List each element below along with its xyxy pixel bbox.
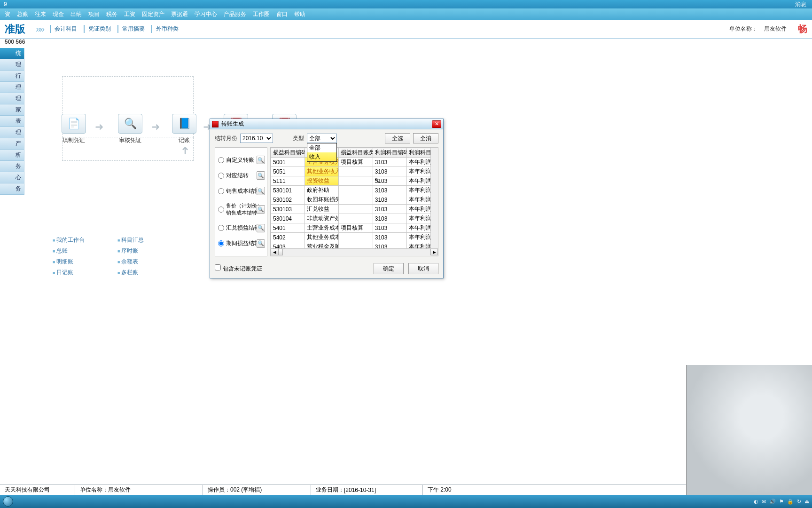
quick-link[interactable]: 总账 xyxy=(53,247,85,255)
select-all-button[interactable]: 全选 xyxy=(385,133,410,143)
horizontal-scrollbar[interactable]: ◀ ▶ xyxy=(271,248,438,256)
radio-label[interactable]: 对应结转 xyxy=(226,172,249,180)
radio-corresponding[interactable] xyxy=(218,173,224,179)
toolbar-link-0[interactable]: 会计科目 xyxy=(50,25,77,33)
radio-label[interactable]: 自定义转账 xyxy=(226,156,254,164)
sidebar-item-6[interactable]: 表 xyxy=(0,116,24,127)
scroll-left-button[interactable]: ◀ xyxy=(271,249,278,255)
lookup-button[interactable]: 🔍 xyxy=(257,156,265,164)
table-cell[interactable]: 3103 xyxy=(373,158,406,167)
menu-14[interactable]: 帮助 xyxy=(291,9,308,19)
quick-link[interactable]: 科目汇总 xyxy=(117,236,144,244)
scroll-right-button[interactable]: ▶ xyxy=(430,249,438,255)
menu-3[interactable]: 现金 xyxy=(50,9,67,19)
tray-icon[interactable]: ⚑ xyxy=(779,499,784,505)
th-acct[interactable]: 损益科目账类 xyxy=(339,148,373,158)
start-button[interactable] xyxy=(3,496,13,507)
table-cell[interactable] xyxy=(339,205,373,214)
sidebar-item-5[interactable]: 家 xyxy=(0,104,24,116)
table-row[interactable]: 530102收回坏账损失3103本年利润 xyxy=(271,195,438,205)
table-cell[interactable]: 项目核算 xyxy=(339,223,373,233)
table-cell[interactable]: 3103 xyxy=(373,242,406,249)
include-unposted-checkbox[interactable]: 包含未记账凭证 xyxy=(215,264,262,273)
table-row[interactable]: 5051其他业务收入3103本年利润 xyxy=(271,167,438,176)
menu-7[interactable]: 工资 xyxy=(121,9,138,19)
th-pcode[interactable]: 利润科目编码 xyxy=(373,148,406,158)
th-code[interactable]: 损益科目编码 xyxy=(271,148,305,158)
menu-9[interactable]: 票据通 xyxy=(168,9,191,19)
message-link[interactable]: 消息 xyxy=(795,0,806,8)
sidebar-item-2[interactable]: 行 xyxy=(0,71,24,82)
sidebar-item-8[interactable]: 产 xyxy=(0,138,24,150)
table-cell[interactable] xyxy=(339,242,373,249)
sidebar-item-11[interactable]: 心 xyxy=(0,172,24,183)
sidebar-item-0[interactable]: 统 xyxy=(0,48,24,59)
radio-period[interactable] xyxy=(218,240,224,246)
menu-12[interactable]: 工作圈 xyxy=(250,9,273,19)
table-cell[interactable]: 其他业务成本 xyxy=(305,233,339,242)
quick-link[interactable]: 明细账 xyxy=(53,258,85,266)
table-cell[interactable]: 5402 xyxy=(271,233,305,242)
include-unposted-input[interactable] xyxy=(215,264,221,270)
radio-label[interactable]: 销售成本结转 xyxy=(226,187,260,195)
table-cell[interactable]: 5111 xyxy=(271,176,305,186)
table-row[interactable]: 5111投资收益3103本年利润 xyxy=(271,176,438,186)
table-cell[interactable]: 5401 xyxy=(271,223,305,233)
tray-icon[interactable]: ◐ xyxy=(754,499,758,505)
table-row[interactable]: 530101政府补助3103本年利润 xyxy=(271,186,438,195)
table-cell[interactable]: 530104 xyxy=(271,214,305,223)
tray-icon[interactable]: ⏏ xyxy=(804,499,809,505)
deselect-all-button[interactable]: 全消 xyxy=(413,133,438,143)
radio-label[interactable]: 期间损益结转 xyxy=(226,239,260,247)
table-cell[interactable]: 530103 xyxy=(271,205,305,214)
lookup-button[interactable]: 🔍 xyxy=(257,205,265,214)
table-row[interactable]: 5001主营业务收入项目核算3103本年利润 xyxy=(271,158,438,167)
scroll-thumb[interactable] xyxy=(278,249,283,255)
quick-link[interactable]: 日记账 xyxy=(53,269,85,277)
table-cell[interactable] xyxy=(339,214,373,223)
table-row[interactable]: 5402其他业务成本3103本年利润 xyxy=(271,233,438,242)
ok-button[interactable]: 确定 xyxy=(374,263,404,274)
sidebar-item-9[interactable]: 析 xyxy=(0,150,24,161)
table-cell[interactable]: 项目核算 xyxy=(339,158,373,167)
sidebar-item-4[interactable]: 理 xyxy=(0,93,24,104)
table-cell[interactable]: 其他业务收入 xyxy=(305,167,339,176)
menu-0[interactable]: 资 xyxy=(2,9,13,19)
lookup-button[interactable]: 🔍 xyxy=(257,187,265,195)
table-cell[interactable]: 汇兑收益 xyxy=(305,205,339,214)
table-cell[interactable] xyxy=(339,186,373,195)
menu-1[interactable]: 总账 xyxy=(14,9,31,19)
table-cell[interactable]: 5001 xyxy=(271,158,305,167)
radio-salescost[interactable] xyxy=(218,188,224,194)
table-cell[interactable]: 非流动资产处 xyxy=(305,214,339,223)
table-row[interactable]: 530103汇兑收益3103本年利润 xyxy=(271,205,438,214)
quick-link[interactable]: 我的工作台 xyxy=(53,236,85,244)
menu-2[interactable]: 往来 xyxy=(32,9,49,19)
toolbar-link-3[interactable]: 外币种类 xyxy=(151,25,179,33)
table-cell[interactable]: 530101 xyxy=(271,186,305,195)
table-cell[interactable]: 投资收益 xyxy=(305,176,339,186)
menu-6[interactable]: 税务 xyxy=(103,9,120,19)
radio-custom[interactable] xyxy=(218,157,224,163)
tray-icon[interactable]: ↻ xyxy=(797,499,801,505)
lookup-button[interactable]: 🔍 xyxy=(257,239,265,248)
table-row[interactable]: 5403营业税金及附3103本年利润 xyxy=(271,242,438,249)
menu-10[interactable]: 学习中心 xyxy=(192,9,220,19)
type-option-income[interactable]: 收入 xyxy=(307,152,336,161)
radio-exchange[interactable] xyxy=(218,225,224,231)
menu-13[interactable]: 窗口 xyxy=(273,9,290,19)
close-button[interactable]: ✕ xyxy=(432,120,441,128)
lookup-button[interactable]: 🔍 xyxy=(257,224,265,232)
tray-icon[interactable]: ✉ xyxy=(762,499,766,505)
table-cell[interactable]: 3103 xyxy=(373,167,406,176)
menu-4[interactable]: 出纳 xyxy=(68,9,85,19)
quick-link[interactable]: 多栏账 xyxy=(117,269,144,277)
sidebar-item-1[interactable]: 理 xyxy=(0,59,24,71)
type-select[interactable]: 全部 xyxy=(307,134,337,143)
quick-link[interactable]: 余额表 xyxy=(117,258,144,266)
sidebar-item-3[interactable]: 理 xyxy=(0,82,24,93)
table-cell[interactable]: 主营业务成本 xyxy=(305,223,339,233)
table-cell[interactable] xyxy=(339,233,373,242)
menu-5[interactable]: 项目 xyxy=(86,9,102,19)
sidebar-item-7[interactable]: 理 xyxy=(0,127,24,138)
